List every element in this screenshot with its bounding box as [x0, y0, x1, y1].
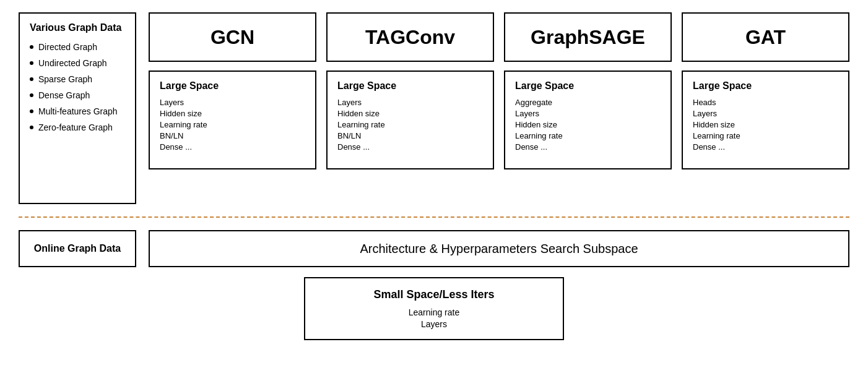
graph-data-item: Dense Graph	[30, 90, 125, 100]
param-item: Hidden size	[515, 120, 661, 129]
model-params-row: Large SpaceLayersHidden sizeLearning rat…	[149, 71, 849, 169]
models-area: GCNTAGConvGraphSAGEGAT Large SpaceLayers…	[149, 12, 849, 169]
param-item: Learning rate	[160, 120, 305, 129]
graph-data-item: Directed Graph	[30, 42, 125, 52]
param-item: Hidden size	[693, 120, 838, 129]
online-graph-box: Online Graph Data	[19, 230, 136, 267]
param-item: Learning rate	[693, 131, 838, 140]
param-item: Learning rate	[337, 120, 483, 129]
param-item: Hidden size	[160, 109, 305, 118]
param-item: Layers	[693, 109, 838, 118]
params-list: LayersHidden sizeLearning rateBN/LNDense…	[337, 98, 483, 152]
param-item: Hidden size	[337, 109, 483, 118]
graph-data-item: Multi-features Graph	[30, 106, 125, 116]
model-name-text-gat: GAT	[745, 26, 786, 49]
bottom-section: Online Graph Data Architecture & Hyperpa…	[19, 230, 849, 340]
small-space-params: Learning rateLayers	[409, 307, 460, 329]
param-item: Dense ...	[160, 142, 305, 152]
model-name-card-gcn: GCN	[149, 12, 316, 62]
params-title: Large Space	[693, 80, 838, 92]
param-item: Dense ...	[337, 142, 483, 152]
arch-search-box: Architecture & Hyperparameters Search Su…	[149, 230, 849, 267]
top-section: Various Graph Data Directed GraphUndirec…	[19, 12, 849, 204]
param-item: Aggregate	[515, 98, 661, 107]
graph-data-item: Zero-feature Graph	[30, 122, 125, 132]
param-item: Layers	[515, 109, 661, 118]
model-name-text-graphsage: GraphSAGE	[531, 26, 645, 49]
small-space-param-item: Learning rate	[409, 307, 460, 317]
graph-data-title: Various Graph Data	[30, 22, 125, 33]
param-item: Heads	[693, 98, 838, 107]
graph-data-item: Sparse Graph	[30, 74, 125, 84]
graph-data-item-label: Sparse Graph	[38, 74, 92, 84]
small-space-title: Small Space/Less Iters	[373, 288, 494, 301]
graph-data-item-label: Directed Graph	[38, 42, 97, 52]
bullet-icon	[30, 61, 33, 65]
online-row: Online Graph Data Architecture & Hyperpa…	[19, 230, 849, 267]
params-list: AggregateLayersHidden sizeLearning rateD…	[515, 98, 661, 152]
graph-data-item: Undirected Graph	[30, 58, 125, 68]
bullet-icon	[30, 126, 33, 129]
arch-search-label: Architecture & Hyperparameters Search Su…	[360, 242, 638, 256]
bullet-icon	[30, 45, 33, 49]
model-params-card-graphsage: Large SpaceAggregateLayersHidden sizeLea…	[504, 71, 672, 169]
param-item: Learning rate	[515, 131, 661, 140]
params-list: HeadsLayersHidden sizeLearning rateDense…	[693, 98, 838, 152]
graph-data-list: Directed GraphUndirected GraphSparse Gra…	[30, 42, 125, 132]
params-title: Large Space	[515, 80, 661, 92]
small-space-box: Small Space/Less Iters Learning rateLaye…	[304, 277, 564, 340]
params-title: Large Space	[337, 80, 483, 92]
model-name-card-tagconv: TAGConv	[326, 12, 494, 62]
graph-data-item-label: Dense Graph	[38, 90, 90, 100]
param-item: Dense ...	[693, 142, 838, 152]
dashed-divider	[19, 216, 849, 218]
graph-data-item-label: Zero-feature Graph	[38, 122, 113, 132]
small-space-row: Small Space/Less Iters Learning rateLaye…	[19, 277, 849, 340]
bullet-icon	[30, 77, 33, 81]
model-name-card-graphsage: GraphSAGE	[504, 12, 672, 62]
param-item: Layers	[160, 98, 305, 107]
main-container: Various Graph Data Directed GraphUndirec…	[0, 0, 868, 381]
param-item: BN/LN	[160, 131, 305, 140]
model-name-card-gat: GAT	[682, 12, 849, 62]
model-params-card-tagconv: Large SpaceLayersHidden sizeLearning rat…	[326, 71, 494, 169]
graph-data-item-label: Multi-features Graph	[38, 106, 118, 116]
model-params-card-gcn: Large SpaceLayersHidden sizeLearning rat…	[149, 71, 316, 169]
small-space-param-item: Layers	[409, 319, 460, 329]
model-name-text-gcn: GCN	[210, 26, 254, 49]
graph-data-box: Various Graph Data Directed GraphUndirec…	[19, 12, 136, 204]
model-names-row: GCNTAGConvGraphSAGEGAT	[149, 12, 849, 62]
param-item: BN/LN	[337, 131, 483, 140]
online-graph-label: Online Graph Data	[34, 243, 121, 254]
model-name-text-tagconv: TAGConv	[365, 26, 455, 49]
param-item: Dense ...	[515, 142, 661, 152]
model-params-card-gat: Large SpaceHeadsLayersHidden sizeLearnin…	[682, 71, 849, 169]
bullet-icon	[30, 109, 33, 113]
param-item: Layers	[337, 98, 483, 107]
params-title: Large Space	[160, 80, 305, 92]
graph-data-item-label: Undirected Graph	[38, 58, 107, 68]
bullet-icon	[30, 93, 33, 97]
params-list: LayersHidden sizeLearning rateBN/LNDense…	[160, 98, 305, 152]
